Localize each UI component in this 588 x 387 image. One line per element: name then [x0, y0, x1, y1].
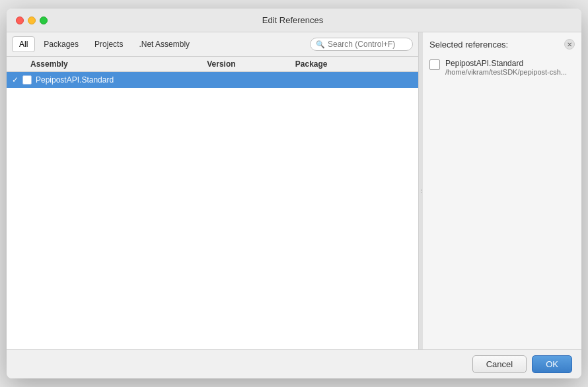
- ref-name: PepipostAPI.Standard: [445, 59, 575, 68]
- clear-selected-button[interactable]: ✕: [564, 39, 575, 50]
- col-header-assembly: Assembly: [12, 59, 207, 69]
- tab-net-assembly[interactable]: .Net Assembly: [131, 36, 197, 52]
- tab-all[interactable]: All: [12, 36, 35, 52]
- tab-packages[interactable]: Packages: [36, 36, 86, 52]
- row-assembly-name: PepipostAPI.Standard: [36, 75, 210, 85]
- col-header-package: Package: [295, 59, 413, 69]
- table-row[interactable]: ✓ PepipostAPI.Standard: [7, 72, 418, 88]
- row-checkmark: ✓: [12, 75, 22, 85]
- dialog-title: Edit References: [13, 15, 572, 25]
- ref-info: PepipostAPI.Standard /home/vikram/testSD…: [445, 59, 575, 76]
- left-panel: All Packages Projects .Net Assembly 🔍 As…: [7, 32, 419, 349]
- dialog-body: All Packages Projects .Net Assembly 🔍 As…: [7, 32, 581, 349]
- tab-projects[interactable]: Projects: [87, 36, 130, 52]
- table-header: Assembly Version Package: [7, 57, 418, 72]
- dialog-footer: Cancel OK: [7, 349, 581, 378]
- ref-path: /home/vikram/testSDK/pepipost-csh...: [445, 68, 575, 76]
- ok-button[interactable]: OK: [532, 355, 572, 373]
- ref-icon: [429, 59, 440, 70]
- title-bar: Edit References: [7, 9, 581, 32]
- search-icon: 🔍: [316, 40, 325, 49]
- search-input[interactable]: [328, 40, 407, 49]
- search-box[interactable]: 🔍: [310, 38, 413, 51]
- tabs-row: All Packages Projects .Net Assembly 🔍: [7, 32, 418, 57]
- selected-ref-item: PepipostAPI.Standard /home/vikram/testSD…: [429, 56, 575, 79]
- cancel-button[interactable]: Cancel: [472, 355, 527, 373]
- right-panel: Selected references: ✕ PepipostAPI.Stand…: [423, 32, 581, 349]
- table-body: ✓ PepipostAPI.Standard: [7, 72, 418, 349]
- row-checkbox[interactable]: [22, 75, 32, 85]
- col-header-version: Version: [207, 59, 295, 69]
- selected-refs-title: Selected references:: [429, 40, 508, 50]
- selected-refs-header: Selected references: ✕: [429, 39, 575, 50]
- edit-references-dialog: Edit References All Packages Projects .N…: [7, 9, 581, 378]
